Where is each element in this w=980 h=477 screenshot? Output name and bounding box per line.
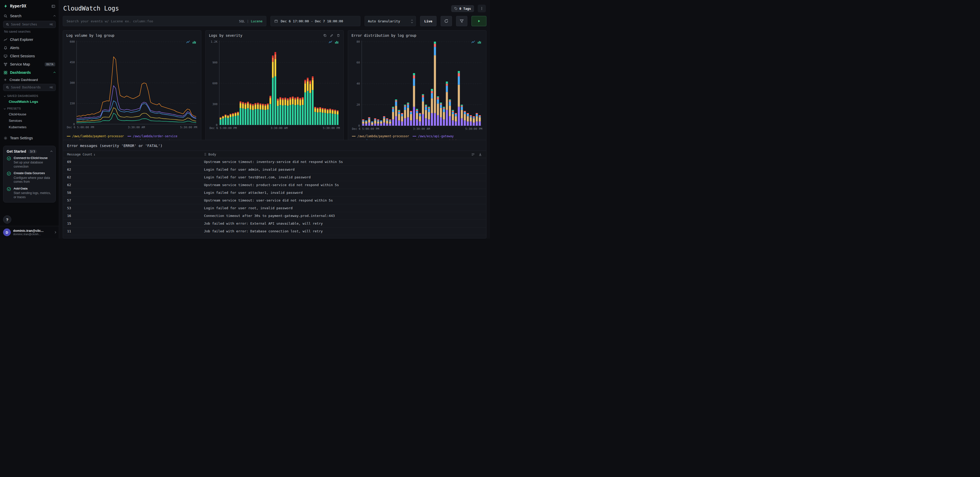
help-button[interactable]: ? <box>3 215 11 224</box>
table-row[interactable]: 58Login failed for user attacker1, inval… <box>63 189 486 197</box>
chevron-up-icon[interactable] <box>54 72 56 74</box>
edit-panel-icon[interactable] <box>330 34 333 37</box>
chevron-down-icon <box>4 107 6 109</box>
table-row[interactable]: 53Login failed for user root, invalid pa… <box>63 204 486 212</box>
sidebar-item-chart-explorer[interactable]: Chart Explorer <box>0 35 59 44</box>
section-saved-dashboards[interactable]: SAVED DASHBOARDS <box>0 92 59 99</box>
legend-item[interactable]: /aws/lambda/payment-processor <box>67 134 124 138</box>
svg-text:5:30:00 PM: 5:30:00 PM <box>465 127 482 130</box>
svg-text:3:30:00 AM: 3:30:00 AM <box>128 126 145 129</box>
saved-searches-input[interactable]: Saved Searches ⌘K <box>3 21 56 28</box>
legend-item[interactable]: /aws/lambda/order-service <box>127 134 177 138</box>
sidebar-item-dashboards[interactable]: Dashboards <box>0 68 59 76</box>
svg-text:3:30:00 AM: 3:30:00 AM <box>270 126 288 130</box>
saved-dashboards-input[interactable]: Saved Dashboards ⌘K <box>3 84 56 91</box>
bar-chart-toggle-icon[interactable] <box>335 40 339 44</box>
message-count-cell: 16 <box>67 214 204 218</box>
line-chart-toggle-icon[interactable] <box>329 40 332 44</box>
body-cell: Login failed for user admin, invalid pas… <box>204 168 482 172</box>
sidebar-item-label: Team Settings <box>10 136 55 140</box>
columns-settings-icon[interactable] <box>471 153 475 156</box>
column-label: Message Count <box>67 153 92 156</box>
legend-label: /aws/lambda/order-service <box>133 134 177 138</box>
message-count-cell: 62 <box>67 175 204 179</box>
column-header-body[interactable]: Body <box>204 153 482 156</box>
step-desc: Set up your database connection <box>14 161 52 169</box>
table-row[interactable]: 62Login failed for user admin, invalid p… <box>63 166 486 173</box>
get-started-step[interactable]: Connect to ClickHouse Set up your databa… <box>7 156 52 169</box>
tag-icon <box>454 7 458 10</box>
sidebar-item-team-settings[interactable]: Team Settings <box>0 134 59 142</box>
check-circle-icon <box>7 172 11 184</box>
section-label: PRESETS <box>7 107 21 110</box>
table-row[interactable]: 62Login failed for user test@test.com, i… <box>63 173 486 181</box>
legend-item[interactable]: /aws/ecs/api-gateway <box>413 134 453 138</box>
sql-mode-toggle[interactable]: SQL <box>239 19 245 23</box>
table-row[interactable]: 57Upstream service timeout: user-service… <box>63 197 486 204</box>
sidebar-item-alerts[interactable]: Alerts <box>0 44 59 52</box>
body-cell: Login failed for user test@test.com, inv… <box>204 175 482 179</box>
table-row[interactable]: 16Connection timeout after 30s to paymen… <box>63 212 486 220</box>
chart-title: Error distribution by log group <box>352 33 416 38</box>
tags-label: 0 Tags <box>460 7 471 11</box>
table-row[interactable]: 69Upstream service timeout: inventory-se… <box>63 158 486 166</box>
chart-canvas[interactable]: 020406080Dec 6 5:00:00 PM3:30:00 AM5:30:… <box>352 38 483 131</box>
user-email: dominic.tran@clickh... <box>13 232 52 236</box>
date-range-picker[interactable]: Dec 6 17:00:00 - Dec 7 18:00:00 <box>270 16 360 26</box>
drag-handle-icon[interactable] <box>204 153 207 156</box>
create-dashboard-button[interactable]: Create Dashboard <box>0 76 59 83</box>
duplicate-panel-icon[interactable] <box>323 34 327 37</box>
delete-panel-icon[interactable] <box>337 34 340 37</box>
filter-button[interactable] <box>456 16 468 26</box>
preset-kubernetes[interactable]: Kubernetes <box>0 124 59 130</box>
granularity-select[interactable]: Auto Granularity <box>364 16 416 26</box>
step-title: Connect to ClickHouse <box>14 156 52 160</box>
chart-canvas[interactable]: 03006009001.2KDec 6 5:00:00 PM3:30:00 AM… <box>209 38 340 130</box>
lucene-mode-toggle[interactable]: Lucene <box>251 19 262 23</box>
svg-text:1.2K: 1.2K <box>210 40 218 43</box>
tags-button[interactable]: 0 Tags <box>451 5 474 12</box>
column-header-message-count[interactable]: Message Count ↓ <box>67 153 204 156</box>
chevron-up-icon[interactable] <box>50 151 52 153</box>
sidebar-item-search[interactable]: Search <box>0 12 59 20</box>
chart-logs-by-severity[interactable]: 03006009001.2KDec 6 5:00:00 PM3:30:00 AM… <box>209 38 340 137</box>
legend-label: /aws/lambda/payment-processor <box>357 134 409 138</box>
chevron-up-icon[interactable] <box>54 15 56 17</box>
message-count-cell: 11 <box>67 229 204 233</box>
section-presets[interactable]: PRESETS <box>0 105 59 111</box>
get-started-step[interactable]: Create Data Sources Configure where your… <box>7 171 52 184</box>
search-icon <box>6 86 9 89</box>
refresh-button[interactable] <box>441 16 452 26</box>
sidebar-item-service-map[interactable]: Service Map BETA <box>0 60 59 68</box>
table-row[interactable]: 15Job failed with error: External API un… <box>63 220 486 227</box>
live-button[interactable]: Live <box>420 16 436 26</box>
collapse-sidebar-icon[interactable] <box>51 4 55 8</box>
run-query-button[interactable] <box>471 16 487 26</box>
legend-dash <box>413 136 416 137</box>
line-chart-toggle-icon[interactable] <box>471 40 475 44</box>
sidebar-item-label: Alerts <box>10 46 55 50</box>
legend-label: /aws/ecs/api-gateway <box>418 134 453 138</box>
bar-chart-toggle-icon[interactable] <box>192 40 196 44</box>
dashboards-grid-icon <box>3 71 8 75</box>
preset-clickhouse[interactable]: ClickHouse <box>0 111 59 118</box>
sidebar-item-client-sessions[interactable]: Client Sessions <box>0 52 59 60</box>
chart-error-distribution[interactable]: 020406080Dec 6 5:00:00 PM3:30:00 AM5:30:… <box>352 38 483 132</box>
section-label: SAVED DASHBOARDS <box>7 94 38 97</box>
user-menu[interactable]: D dominic.tran@clic... dominic.tran@clic… <box>0 226 59 238</box>
table-row[interactable]: 11Job failed with error: Database connec… <box>63 227 486 235</box>
saved-dashboard-cloudwatch-logs[interactable]: CloudWatch Logs <box>0 99 59 105</box>
legend-item[interactable]: /aws/lambda/payment-processor <box>352 134 409 138</box>
download-csv-icon[interactable] <box>479 153 482 156</box>
bar-chart-toggle-icon[interactable] <box>477 40 481 44</box>
preset-services[interactable]: Services <box>0 118 59 124</box>
event-search-input[interactable] <box>67 19 237 23</box>
line-chart-toggle-icon[interactable] <box>186 40 190 44</box>
chart-canvas[interactable]: 0150300450600Dec 6 5:00:00 PM3:30:00 AM5… <box>66 38 198 130</box>
more-options-button[interactable] <box>478 5 486 12</box>
chart-log-volume[interactable]: 0150300450600Dec 6 5:00:00 PM3:30:00 AM5… <box>66 38 198 132</box>
bell-icon <box>3 46 8 50</box>
table-row[interactable]: 62Upstream service timeout: product-serv… <box>63 181 486 189</box>
get-started-step[interactable]: Add Data Start sending logs, metrics, or… <box>7 187 52 199</box>
chart-title: Log volume by log group <box>66 33 115 38</box>
